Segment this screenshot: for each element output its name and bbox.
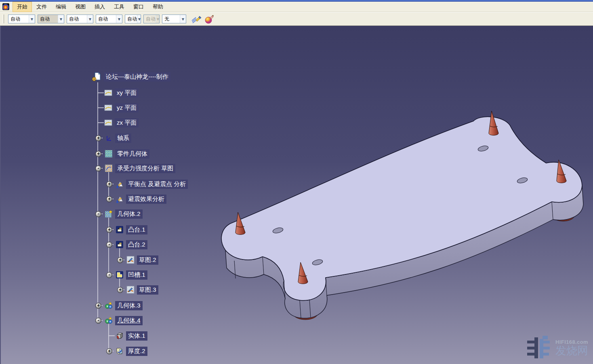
tree-item-label[interactable]: 几何体.3 xyxy=(115,301,143,310)
graphic-properties-toolbar: 自动 ▼ 自动 ▼ 自动 ▼ 自动 ▼ 自动 ▼ 自动 ▼ 无 ▼ xyxy=(0,12,593,26)
sketch-icon xyxy=(126,256,135,264)
tree-item-solid-1[interactable]: 实体.1 xyxy=(116,331,147,341)
tree-item-label[interactable]: 凸台.1 xyxy=(126,225,147,234)
tree-item-label[interactable]: 几何体.2 xyxy=(115,209,143,219)
menu-item-window[interactable]: 窗口 xyxy=(129,2,148,12)
layer-combo[interactable]: 无 ▼ xyxy=(162,15,186,23)
menu-item-file[interactable]: 文件 xyxy=(32,2,51,12)
gears-star-icon xyxy=(105,316,113,324)
line-type-combo[interactable]: 自动 ▼ xyxy=(96,15,122,23)
tree-item-thickness-2[interactable]: + 厚度.2 xyxy=(106,346,147,356)
hifi168-logo-icon xyxy=(525,336,552,360)
tree-item-pad-2[interactable]: - 凸台.2 xyxy=(106,240,147,249)
expander-icon[interactable]: + xyxy=(95,151,101,157)
pad-icon xyxy=(116,226,124,234)
menu-item-help[interactable]: 帮助 xyxy=(148,2,168,12)
expander-icon[interactable]: + xyxy=(117,287,123,293)
tree-item-partbody[interactable]: + 零件几何体 xyxy=(95,149,149,159)
tree-item-pocket-1[interactable]: - 凹槽.1 xyxy=(106,270,147,280)
expander-icon[interactable]: - xyxy=(95,165,101,172)
tree-item-body-3[interactable]: + 几何体.3 xyxy=(95,301,143,310)
tree-item-axis-system[interactable]: + 轴系 xyxy=(95,133,131,143)
tree-item-damping-analysis[interactable]: + 避震效果分析 xyxy=(106,194,166,204)
combo-value: 自动 xyxy=(146,16,156,23)
tree-item-label[interactable]: 厚度.2 xyxy=(126,347,147,356)
tree-item-yz-plane[interactable]: yz 平面 xyxy=(104,103,139,113)
chevron-down-icon[interactable]: ▼ xyxy=(87,15,93,23)
application-window: 开始 文件 编辑 视图 插入 工具 窗口 帮助 自动 ▼ 自动 ▼ 自动 ▼ 自… xyxy=(0,0,593,364)
menu-bar: 开始 文件 编辑 视图 插入 工具 窗口 帮助 xyxy=(0,2,593,12)
tree-item-balance-analysis[interactable]: + 平衡点 及避震点 分析 xyxy=(106,179,188,189)
watermark-site: HIFI168.com xyxy=(555,339,588,345)
3d-viewport[interactable] xyxy=(0,26,593,364)
expander-icon[interactable]: + xyxy=(106,348,112,354)
part-icon xyxy=(92,72,102,82)
tree-item-zx-plane[interactable]: zx 平面 xyxy=(104,118,139,128)
tree-item-body-2[interactable]: - 几何体.2 xyxy=(95,209,143,219)
tree-item-sketch-2[interactable]: + 草图.2 xyxy=(117,255,158,265)
tree-item-label[interactable]: 凹槽.1 xyxy=(126,270,147,280)
expander-icon[interactable]: + xyxy=(95,303,101,309)
combo-value: 自动 xyxy=(40,16,50,23)
tree-item-analysis-sketch-body[interactable]: - 承受力强度分析 草图 xyxy=(95,163,175,173)
tree-item-label[interactable]: 几何体.4 xyxy=(115,316,143,325)
menu-item-view[interactable]: 视图 xyxy=(71,2,90,12)
axis-icon xyxy=(105,134,113,142)
chevron-down-icon[interactable]: ▼ xyxy=(137,15,141,23)
gears-star-icon xyxy=(105,301,113,310)
tree-item-body-4[interactable]: - 几何体.4 xyxy=(95,316,143,325)
menu-item-tools[interactable]: 工具 xyxy=(109,2,129,12)
tree-item-label[interactable]: 避震效果分析 xyxy=(126,195,166,204)
watermark-name: 发烧网 xyxy=(555,345,588,356)
expander-icon[interactable]: - xyxy=(95,211,101,217)
tree-item-label[interactable]: zx 平面 xyxy=(115,118,139,128)
pocket-icon xyxy=(116,271,124,279)
combo-value: 自动 xyxy=(11,16,20,23)
expander-icon[interactable]: - xyxy=(106,272,112,278)
chevron-down-icon[interactable]: ▼ xyxy=(58,15,64,23)
sketch-analysis-icon xyxy=(116,180,124,188)
tree-item-label[interactable]: yz 平面 xyxy=(115,103,139,113)
line-color-combo[interactable]: 自动 ▼ xyxy=(67,15,93,23)
tree-item-root[interactable]: 论坛---泰山神龙----制作 xyxy=(92,72,170,82)
tree-item-label[interactable]: xy 平面 xyxy=(115,88,139,98)
tree-item-label[interactable]: 平衡点 及避震点 分析 xyxy=(126,180,188,189)
analysis-body-icon xyxy=(105,164,113,172)
point-style-combo: 自动 ▼ xyxy=(143,15,160,23)
tree-item-label[interactable]: 论坛---泰山神龙----制作 xyxy=(104,72,170,82)
chevron-down-icon[interactable]: ▼ xyxy=(29,15,35,23)
expander-icon[interactable]: + xyxy=(106,196,112,202)
opacity-combo[interactable]: 自动 ▼ xyxy=(38,15,64,23)
tree-item-label[interactable]: 零件几何体 xyxy=(115,149,149,159)
menu-item-insert[interactable]: 插入 xyxy=(90,2,109,12)
tree-item-xy-plane[interactable]: xy 平面 xyxy=(104,88,139,98)
expander-icon[interactable]: - xyxy=(106,242,112,248)
paintbrush-icon[interactable] xyxy=(191,14,202,24)
tree-item-label[interactable]: 草图.3 xyxy=(137,285,158,295)
plane-icon xyxy=(104,119,112,127)
line-weight-combo[interactable]: 自动 ▼ xyxy=(125,15,141,23)
tree-item-label[interactable]: 承受力强度分析 草图 xyxy=(115,164,175,173)
toolbar-grip[interactable] xyxy=(3,15,4,23)
tree-item-label[interactable]: 实体.1 xyxy=(126,331,147,341)
chevron-down-icon[interactable]: ▼ xyxy=(116,15,122,23)
pad-icon xyxy=(116,241,124,249)
expander-icon[interactable]: - xyxy=(95,318,101,324)
expander-icon[interactable]: + xyxy=(106,227,112,233)
fill-color-combo[interactable]: 自动 ▼ xyxy=(8,15,35,23)
menu-item-edit[interactable]: 编辑 xyxy=(51,2,71,12)
sphere-paint-icon[interactable] xyxy=(204,14,214,24)
tree-item-label[interactable]: 凸台.2 xyxy=(126,240,147,249)
tree-item-label[interactable]: 草图.2 xyxy=(137,255,158,265)
partbody-icon xyxy=(105,150,113,158)
tree-item-pad-1[interactable]: + 凸台.1 xyxy=(106,225,147,234)
expander-icon[interactable]: + xyxy=(95,135,101,141)
solid-icon xyxy=(116,332,124,340)
tree-item-sketch-3[interactable]: + 草图.3 xyxy=(117,285,158,295)
chevron-down-icon[interactable]: ▼ xyxy=(180,15,186,23)
expander-icon[interactable]: + xyxy=(106,181,112,187)
tree-item-label[interactable]: 轴系 xyxy=(115,134,131,143)
menu-item-start[interactable]: 开始 xyxy=(13,2,32,12)
expander-icon[interactable]: + xyxy=(117,257,123,263)
app-icon[interactable] xyxy=(2,3,9,10)
